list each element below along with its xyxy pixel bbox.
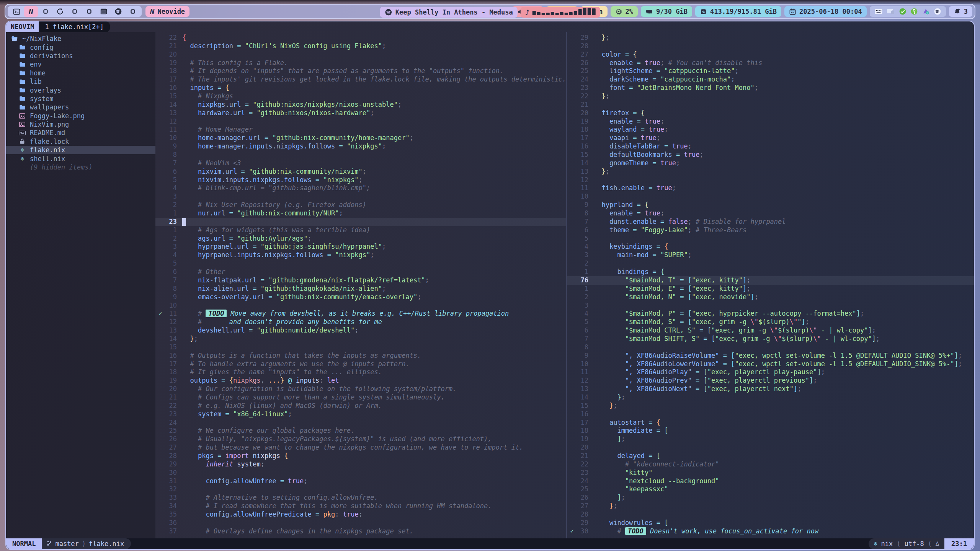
audio-visualizer-widget[interactable]: ♪ bbox=[521, 7, 600, 18]
left-pane-line[interactable]: 23 system = "x86_64-linux"; bbox=[155, 410, 566, 419]
left-pane-line[interactable]: 29 inherit system; bbox=[155, 460, 566, 469]
keyboard-tray-icon[interactable] bbox=[874, 8, 883, 15]
spotify-tray-icon[interactable] bbox=[934, 8, 941, 15]
right-pane-line[interactable]: 2 bbox=[567, 259, 974, 268]
left-pane-line[interactable]: 25 # We configure our global packages he… bbox=[155, 427, 566, 435]
tree-item-home[interactable]: home bbox=[6, 69, 155, 77]
disk-widget[interactable]: 413.19/915.81 GiB bbox=[695, 6, 781, 17]
tree-item-nixvim-png[interactable]: NixVim.png bbox=[6, 120, 155, 129]
right-pane-line[interactable]: 13 ", XF86AudioNext" = ["exec, playerctl… bbox=[567, 385, 974, 393]
right-pane-line[interactable]: 14 }; bbox=[567, 393, 974, 402]
left-pane-line[interactable]: 19 outputs = {nixpkgs, ...} @ inputs: le… bbox=[155, 377, 566, 385]
workspace-5-empty[interactable] bbox=[67, 6, 82, 17]
right-pane-line[interactable]: 28 bbox=[567, 510, 974, 519]
right-pane-line[interactable]: 15 defaultBookmarks = true; bbox=[567, 151, 974, 159]
left-pane-line[interactable]: 9 home-manager.inputs.nixpkgs.follows = … bbox=[155, 142, 566, 151]
right-pane-line[interactable]: 22 }; bbox=[567, 92, 974, 101]
notifications-widget[interactable]: 3 bbox=[949, 6, 972, 17]
left-pane-line[interactable]: 3 hyprpanel.url = "github:jas-singhfsu/h… bbox=[155, 243, 566, 251]
tab-buffer-flake-nix[interactable]: 1 flake.nix[2+] bbox=[39, 21, 110, 32]
tree-item-config[interactable]: config bbox=[6, 43, 155, 51]
tree-item-wallpapers[interactable]: wallpapers bbox=[6, 103, 155, 111]
left-pane-line[interactable]: 2 # Nix User Repository (e.g. Firefox ad… bbox=[155, 201, 566, 209]
left-pane-line[interactable]: 22{ bbox=[155, 34, 566, 42]
left-pane-line[interactable]: 7 # NeoVim <3 bbox=[155, 159, 566, 168]
left-pane-line[interactable]: 12 bbox=[155, 117, 566, 126]
workspace-6-empty[interactable] bbox=[82, 6, 96, 17]
right-pane-line[interactable]: ✓30 # TODO Doesn't work, use focus_on_ac… bbox=[567, 527, 974, 536]
tab-neovim[interactable]: NEOVIM bbox=[6, 21, 39, 32]
editor-pane-right[interactable]: 29 };2827 color = {26 enable = true; # Y… bbox=[567, 32, 974, 538]
right-pane-line[interactable]: 22 # "kdeconnect-indicator" bbox=[567, 460, 974, 469]
left-pane-line[interactable]: 22 # e.g. NixOS (linux) and MacOS (darwi… bbox=[155, 402, 566, 410]
left-pane-line[interactable]: 3 bbox=[155, 192, 566, 201]
branch-label[interactable]: master bbox=[55, 540, 78, 548]
tree-item-foggy-lake-png[interactable]: Foggy-Lake.png bbox=[6, 112, 155, 120]
tree-item-overlays[interactable]: overlays bbox=[6, 86, 155, 94]
active-window-title[interactable]: N Neovide bbox=[145, 6, 189, 17]
right-pane-line[interactable]: 8 enable = true; bbox=[567, 209, 974, 218]
left-pane-line[interactable]: 36 bbox=[155, 519, 566, 527]
left-pane-line[interactable]: 10 home-manager.url = "github:nix-commun… bbox=[155, 134, 566, 142]
workspace-9-empty[interactable] bbox=[126, 6, 140, 17]
right-pane-line[interactable]: 1 "$mainMod, E" = ["exec, kitty"]; bbox=[567, 285, 974, 293]
tailscale-tray-icon[interactable] bbox=[922, 8, 930, 15]
right-pane-line[interactable]: 5 "$mainMod, S" = ["exec, grim -g \"$(sl… bbox=[567, 318, 974, 326]
left-pane-line[interactable]: 27 # but because we want to change the n… bbox=[155, 443, 566, 452]
right-pane-line[interactable]: 19 ]; bbox=[567, 435, 974, 443]
right-pane-line[interactable]: 11 ", XF86AudioPlay" = ["exec, playerctl… bbox=[567, 368, 974, 377]
left-pane-line[interactable]: 10 bbox=[155, 302, 566, 310]
right-pane-line[interactable]: 23 font = "JetBrainsMono Nerd Font Mono"… bbox=[567, 84, 974, 92]
status-check-tray-icon[interactable] bbox=[899, 8, 906, 15]
tree-item-flake-lock[interactable]: flake.lock bbox=[6, 137, 155, 146]
screenshare-tray-icon[interactable] bbox=[887, 8, 895, 15]
left-pane-line[interactable]: 2 ags.url = "github:Aylur/ags"; bbox=[155, 235, 566, 243]
tree-item-flake-nix[interactable]: ❄flake.nix bbox=[6, 146, 155, 154]
right-pane-line[interactable]: 27 }; bbox=[567, 502, 974, 510]
tree-item--nixflake[interactable]: ~/NixFlake bbox=[6, 34, 155, 43]
right-pane-line[interactable]: 18 wayland = true; bbox=[567, 126, 974, 134]
right-pane-line[interactable]: 6 theme = "Foggy-Lake"; # Three-Bears bbox=[567, 226, 974, 235]
right-pane-line[interactable]: 28 bbox=[567, 42, 974, 51]
left-pane-line[interactable]: 14 }; bbox=[155, 335, 566, 343]
left-pane-line[interactable]: 6 nixvim.url = "github:nix-community/nix… bbox=[155, 168, 566, 176]
right-pane-line[interactable]: 26 ]; bbox=[567, 494, 974, 502]
left-pane-line[interactable]: 11 # Home Manager bbox=[155, 126, 566, 134]
now-playing-widget[interactable]: Keep Shelly In Athens - Medusa bbox=[380, 7, 518, 18]
right-pane-line[interactable]: 10 bbox=[567, 192, 974, 201]
left-pane-line[interactable]: 13 hardware.url = "github:nixos/nixos-ha… bbox=[155, 109, 566, 117]
left-pane-line[interactable]: 20 # Our configuration is buildable on t… bbox=[155, 385, 566, 393]
right-pane-line[interactable]: 12 ", XF86AudioPrev" = ["exec, playerctl… bbox=[567, 377, 974, 385]
right-pane-line[interactable]: 29 windowrules = [ bbox=[567, 519, 974, 527]
tree-item-env[interactable]: env bbox=[6, 60, 155, 68]
left-pane-line[interactable]: 5 bbox=[155, 259, 566, 268]
left-pane-line[interactable]: 21 description = "ChUrl's NixOS config u… bbox=[155, 42, 566, 51]
clock-widget[interactable]: 2025-06-18 00:04 bbox=[784, 6, 867, 17]
left-pane-line[interactable]: 30 bbox=[155, 469, 566, 477]
right-pane-line[interactable]: 12 bbox=[567, 176, 974, 184]
left-pane-line[interactable]: 17 # To handle extra arguments we use th… bbox=[155, 360, 566, 368]
right-pane-line[interactable]: 15 }; bbox=[567, 402, 974, 410]
left-pane-line[interactable]: 9 emacs-overlay.url = "github:nix-commun… bbox=[155, 293, 566, 302]
right-pane-line[interactable]: 21 bbox=[567, 101, 974, 109]
right-pane-line[interactable]: 8 bbox=[567, 343, 974, 352]
right-pane-line[interactable]: 3 main-mod = "SUPER"; bbox=[567, 251, 974, 259]
right-pane-line[interactable]: 26 enable = true; # You can't disable th… bbox=[567, 59, 974, 67]
workspace-3-empty[interactable] bbox=[38, 6, 53, 17]
workspace-2-neovim-active[interactable]: N bbox=[24, 6, 38, 17]
left-pane-line[interactable]: 33 # Alternative to setting config.allow… bbox=[155, 494, 566, 502]
left-pane-line[interactable]: 4 hyprpanel.inputs.nixpkgs.follows = "ni… bbox=[155, 251, 566, 259]
tree-item-derivations[interactable]: derivations bbox=[6, 52, 155, 60]
right-pane-line[interactable]: 18 immediate = [ bbox=[567, 427, 974, 435]
right-pane-line[interactable]: 16 bbox=[567, 410, 974, 419]
left-pane-line[interactable]: 28 pkgs = import nixpkgs { bbox=[155, 452, 566, 460]
left-pane-line[interactable]: 35 config.allowUnfreePredicate = pkg: tr… bbox=[155, 510, 566, 519]
left-pane-line[interactable]: 26 # Usually, "nixpkgs.legacyPackages.${… bbox=[155, 435, 566, 443]
left-pane-line[interactable]: 24 bbox=[155, 419, 566, 427]
right-pane-line[interactable]: 2 "$mainMod, N" = ["exec, neovide"]; bbox=[567, 293, 974, 302]
right-pane-line[interactable]: 24 darkScheme = "catppuccin-mocha"; bbox=[567, 75, 974, 84]
right-pane-line[interactable]: 14 gnomeTheme = true; bbox=[567, 159, 974, 168]
left-pane-line[interactable]: 1 # Ags for widgets (this was a terrible… bbox=[155, 226, 566, 235]
left-pane-line[interactable]: 18 # It gives the name "inputs" to the .… bbox=[155, 368, 566, 377]
workspace-4-refresh[interactable] bbox=[53, 6, 67, 17]
